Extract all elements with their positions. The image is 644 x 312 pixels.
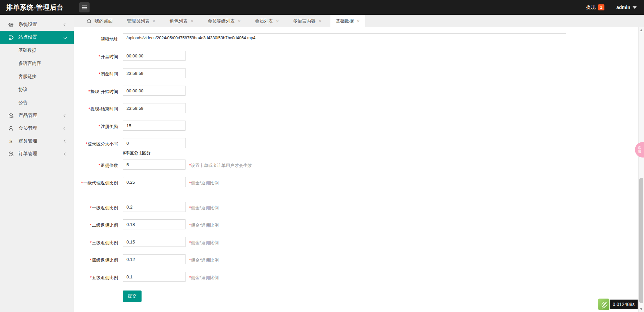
level3-rebate-ratio-input[interactable] bbox=[123, 237, 186, 247]
tab-multilanguage-content[interactable]: 多语言内容 × bbox=[288, 15, 327, 27]
sidebar-subitem-customer-service-links[interactable]: 客服链接 bbox=[0, 70, 74, 83]
tab-label: 我的桌面 bbox=[95, 18, 113, 24]
sidebar-subitem-label: 协议 bbox=[18, 87, 28, 93]
close-icon[interactable]: × bbox=[276, 18, 279, 24]
field-label: *注册奖励 bbox=[74, 121, 118, 130]
level5-rebate-ratio-input[interactable] bbox=[123, 272, 186, 282]
register-reward-input[interactable] bbox=[123, 121, 186, 131]
customer-service-label: 客服 bbox=[638, 146, 642, 153]
rebate-multiplier-input[interactable] bbox=[123, 160, 186, 170]
chevron-left-icon bbox=[64, 139, 67, 143]
sidebar-item-system-settings[interactable]: 系统设置 bbox=[0, 18, 74, 31]
user-menu[interactable]: admin bbox=[616, 5, 637, 10]
required-asterisk: * bbox=[99, 54, 100, 59]
main-content: 视频地址 *开盘时间 *闭盘时间 *提现-开始时间 *提现-结束时间 *注册奖励… bbox=[74, 27, 638, 312]
sidebar-subitem-label: 多语言内容 bbox=[18, 60, 41, 66]
chevron-left-icon bbox=[64, 127, 67, 130]
field-label: *提现-开始时间 bbox=[74, 86, 118, 95]
sidebar-item-label: 财务管理 bbox=[18, 138, 64, 144]
required-asterisk: * bbox=[90, 223, 92, 228]
tab-label: 基础数据 bbox=[336, 18, 354, 24]
scrollbar-thumb[interactable] bbox=[639, 178, 643, 303]
field-hint: *佣金*返佣比例 bbox=[189, 219, 219, 228]
sidebar-item-label: 订单管理 bbox=[18, 151, 64, 157]
field-label: *开盘时间 bbox=[74, 51, 118, 60]
sidebar-item-product-management[interactable]: 产品管理 bbox=[0, 109, 74, 122]
hamburger-icon bbox=[82, 5, 87, 10]
close-time-input[interactable] bbox=[123, 68, 186, 78]
user-icon bbox=[8, 126, 14, 131]
field-label: *提现-结束时间 bbox=[74, 103, 118, 112]
tab-label: 管理员列表 bbox=[127, 18, 150, 24]
level2-rebate-ratio-input[interactable] bbox=[123, 219, 186, 229]
tab-member-level-list[interactable]: 会员等级列表 × bbox=[202, 15, 246, 27]
gear-icon bbox=[8, 22, 14, 28]
tab-label: 会员等级列表 bbox=[208, 18, 235, 24]
close-icon[interactable]: × bbox=[357, 18, 360, 24]
sidebar-item-label: 会员管理 bbox=[18, 125, 64, 131]
tab-bar: 我的桌面 管理员列表 × 角色列表 × 会员等级列表 × 会员列表 × 多语言内… bbox=[74, 15, 644, 27]
field-label: *三级返佣比例 bbox=[74, 237, 118, 246]
tab-basic-data[interactable]: 基础数据 × bbox=[330, 15, 365, 27]
scroll-up-arrow[interactable] bbox=[639, 28, 644, 33]
field-label: *二级返佣比例 bbox=[74, 219, 118, 228]
tab-member-list[interactable]: 会员列表 × bbox=[250, 15, 284, 27]
close-icon[interactable]: × bbox=[153, 18, 156, 24]
field-hint: *佣金*返佣比例 bbox=[189, 237, 219, 246]
withdraw-start-time-input[interactable] bbox=[123, 86, 186, 96]
sidebar-subitem-multilanguage-content[interactable]: 多语言内容 bbox=[0, 57, 74, 70]
chevron-left-icon bbox=[64, 152, 67, 155]
field-label: *返佣倍数 bbox=[74, 160, 118, 169]
sidebar-subitem-label: 公告 bbox=[18, 100, 28, 106]
field-hint: *设置卡单或者连单用户才会生效 bbox=[189, 160, 252, 169]
sidebar-item-order-management[interactable]: 订单管理 bbox=[0, 147, 74, 160]
required-asterisk: * bbox=[90, 205, 92, 210]
sidebar: 系统设置 站点设置 基础数据 多语言内容 客服链接 协议 公告 产品管理 会员管… bbox=[0, 15, 74, 312]
sidebar-subitem-agreement[interactable]: 协议 bbox=[0, 83, 74, 96]
sidebar-item-label: 系统设置 bbox=[18, 21, 64, 28]
scroll-down-arrow[interactable] bbox=[639, 307, 644, 311]
field-hint: *佣金*返佣比例 bbox=[189, 272, 219, 281]
level4-rebate-ratio-input[interactable] bbox=[123, 254, 186, 264]
field-hint: *佣金*返佣比例 bbox=[189, 254, 219, 263]
level1-agent-rebate-ratio-input[interactable] bbox=[123, 177, 186, 187]
video-url-input[interactable] bbox=[123, 33, 566, 42]
topbar: 排单系统-管理后台 提现 1 admin bbox=[0, 0, 644, 15]
close-icon[interactable]: × bbox=[319, 18, 322, 24]
chevron-down-icon bbox=[64, 36, 67, 39]
submit-button[interactable]: 提交 bbox=[123, 291, 142, 302]
withdraw-menu-item[interactable]: 提现 1 bbox=[586, 4, 604, 10]
vertical-scrollbar[interactable] bbox=[638, 27, 644, 312]
sidebar-item-member-management[interactable]: 会员管理 bbox=[0, 122, 74, 135]
sidebar-subitem-label: 基础数据 bbox=[18, 47, 37, 53]
withdraw-label: 提现 bbox=[586, 4, 596, 10]
required-asterisk: * bbox=[99, 163, 100, 168]
sidebar-item-finance-management[interactable]: $ 财务管理 bbox=[0, 135, 74, 147]
sidebar-subitem-basic-data[interactable]: 基础数据 bbox=[0, 44, 74, 57]
sidebar-subitem-announcement[interactable]: 公告 bbox=[0, 96, 74, 109]
required-asterisk: * bbox=[99, 124, 100, 129]
close-icon[interactable]: × bbox=[238, 18, 241, 24]
close-icon[interactable]: × bbox=[191, 18, 194, 24]
field-hint: *佣金*返佣比例 bbox=[189, 202, 219, 211]
thinkphp-logo-icon bbox=[598, 298, 610, 310]
field-label: *一级代理返佣比例 bbox=[74, 177, 118, 186]
dollar-icon: $ bbox=[8, 138, 14, 144]
tab-role-list[interactable]: 角色列表 × bbox=[164, 15, 199, 27]
field-label: *闭盘时间 bbox=[74, 68, 118, 77]
open-time-input[interactable] bbox=[123, 51, 186, 61]
required-asterisk: * bbox=[89, 89, 90, 94]
sidebar-item-site-settings[interactable]: 站点设置 bbox=[0, 31, 74, 44]
login-case-sensitive-input[interactable] bbox=[123, 138, 186, 148]
menu-toggle-button[interactable] bbox=[79, 2, 90, 12]
field-label: *登录区分大小写 bbox=[74, 138, 118, 147]
required-asterisk: * bbox=[99, 72, 100, 77]
exec-time-badge: 0.012488s bbox=[598, 298, 638, 310]
withdraw-end-time-input[interactable] bbox=[123, 103, 186, 113]
required-asterisk: * bbox=[90, 240, 92, 245]
cube-icon bbox=[8, 113, 14, 119]
level1-rebate-ratio-input[interactable] bbox=[123, 202, 186, 212]
tab-admin-list[interactable]: 管理员列表 × bbox=[121, 15, 161, 27]
tab-my-desktop[interactable]: 我的桌面 bbox=[81, 15, 118, 27]
field-label: *一级返佣比例 bbox=[74, 202, 118, 211]
